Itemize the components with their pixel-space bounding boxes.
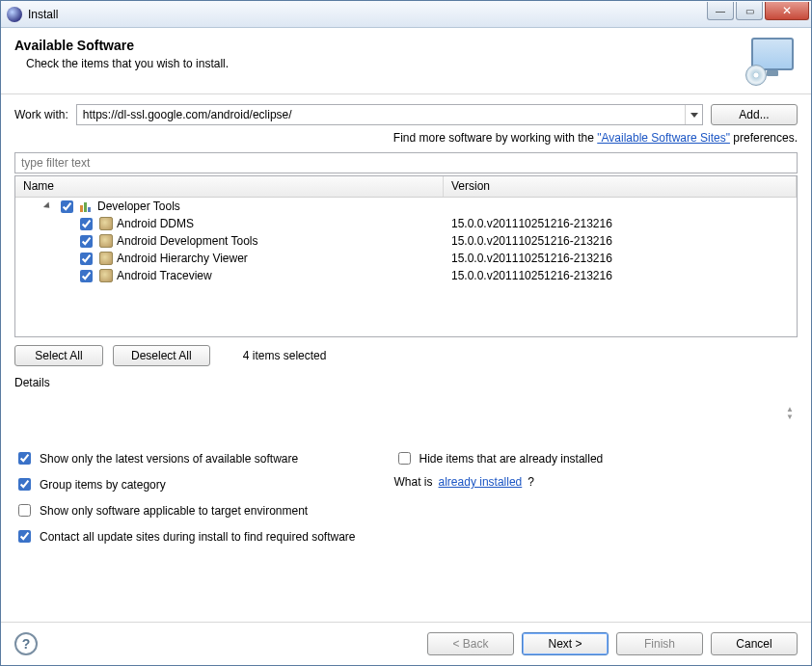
already-installed-link[interactable]: already installed bbox=[439, 475, 523, 489]
next-button[interactable]: Next > bbox=[522, 632, 609, 655]
tree-item-row[interactable]: Android Hierarchy Viewer 15.0.0.v2011102… bbox=[15, 250, 797, 267]
work-with-dropdown-button[interactable] bbox=[685, 105, 702, 124]
filter-input[interactable]: type filter text bbox=[14, 152, 798, 173]
item-label: Android Traceview bbox=[117, 269, 212, 282]
item-checkbox[interactable] bbox=[80, 253, 93, 265]
item-label: Android Development Tools bbox=[117, 234, 258, 248]
cancel-button[interactable]: Cancel bbox=[711, 632, 798, 655]
tree-item-row[interactable]: Android DDMS 15.0.0.v201110251216-213216 bbox=[15, 215, 797, 232]
work-with-label: Work with: bbox=[14, 108, 68, 121]
finish-button[interactable]: Finish bbox=[616, 632, 703, 655]
details-area: ▲ ▼ bbox=[14, 391, 798, 436]
install-wizard-icon bbox=[747, 38, 798, 84]
deselect-all-button[interactable]: Deselect All bbox=[113, 345, 210, 366]
maximize-button[interactable]: ▭ bbox=[736, 2, 763, 20]
tree-category-row[interactable]: Developer Tools bbox=[15, 198, 797, 215]
details-label: Details bbox=[14, 376, 798, 389]
page-title: Available Software bbox=[14, 38, 747, 53]
software-tree[interactable]: Name Version Developer Tools bbox=[14, 175, 798, 337]
work-with-input[interactable] bbox=[77, 105, 685, 124]
close-button[interactable]: ✕ bbox=[765, 2, 809, 20]
item-version: 15.0.0.v201110251216-213216 bbox=[444, 217, 797, 230]
minimize-button[interactable]: — bbox=[707, 2, 734, 20]
opt-contact-sites[interactable]: Contact all update sites during install … bbox=[14, 527, 356, 546]
item-version: 15.0.0.v201110251216-213216 bbox=[444, 234, 797, 248]
already-installed-hint: What is already installed? bbox=[394, 475, 604, 489]
chevron-down-icon bbox=[690, 113, 698, 118]
triangle-down-icon bbox=[43, 201, 52, 210]
titlebar[interactable]: Install — ▭ ✕ bbox=[1, 1, 811, 28]
item-label: Android DDMS bbox=[117, 217, 194, 230]
sites-hint: Find more software by working with the "… bbox=[14, 131, 798, 145]
expand-toggle[interactable] bbox=[42, 201, 53, 212]
item-label: Android Hierarchy Viewer bbox=[117, 252, 248, 265]
tree-item-row[interactable]: Android Traceview 15.0.0.v201110251216-2… bbox=[15, 267, 797, 284]
plugin-icon bbox=[99, 269, 113, 282]
plugin-icon bbox=[99, 234, 113, 248]
install-window: Install — ▭ ✕ Available Software Check t… bbox=[0, 0, 812, 666]
category-label: Developer Tools bbox=[97, 200, 180, 213]
work-with-combo[interactable] bbox=[76, 104, 703, 125]
add-site-button[interactable]: Add... bbox=[711, 104, 798, 125]
plugin-icon bbox=[99, 217, 113, 230]
item-version: 15.0.0.v201110251216-213216 bbox=[444, 269, 797, 282]
column-name[interactable]: Name bbox=[15, 176, 444, 197]
page-subtitle: Check the items that you wish to install… bbox=[14, 57, 747, 70]
item-checkbox[interactable] bbox=[80, 270, 93, 282]
window-title: Install bbox=[28, 8, 707, 21]
item-checkbox[interactable] bbox=[80, 218, 93, 230]
details-scrollbar[interactable]: ▲ ▼ bbox=[782, 391, 798, 436]
scroll-down-icon: ▼ bbox=[786, 413, 794, 421]
item-checkbox[interactable] bbox=[80, 235, 93, 248]
selection-status: 4 items selected bbox=[243, 349, 327, 362]
item-version: 15.0.0.v201110251216-213216 bbox=[444, 252, 797, 265]
opt-hide-installed[interactable]: Hide items that are already installed bbox=[394, 449, 604, 467]
column-version[interactable]: Version bbox=[444, 176, 797, 197]
opt-target-env[interactable]: Show only software applicable to target … bbox=[14, 501, 356, 519]
eclipse-icon bbox=[7, 7, 22, 22]
back-button[interactable]: < Back bbox=[427, 632, 514, 655]
tree-item-row[interactable]: Android Development Tools 15.0.0.v201110… bbox=[15, 232, 797, 250]
help-button[interactable]: ? bbox=[14, 632, 38, 655]
select-all-button[interactable]: Select All bbox=[14, 345, 103, 366]
wizard-header: Available Software Check the items that … bbox=[1, 28, 811, 94]
available-sites-link[interactable]: "Available Software Sites" bbox=[597, 131, 730, 145]
category-icon bbox=[80, 200, 94, 212]
plugin-icon bbox=[99, 252, 113, 265]
category-checkbox[interactable] bbox=[61, 200, 73, 213]
opt-latest-versions[interactable]: Show only the latest versions of availab… bbox=[14, 449, 356, 467]
opt-group-category[interactable]: Group items by category bbox=[14, 475, 356, 493]
